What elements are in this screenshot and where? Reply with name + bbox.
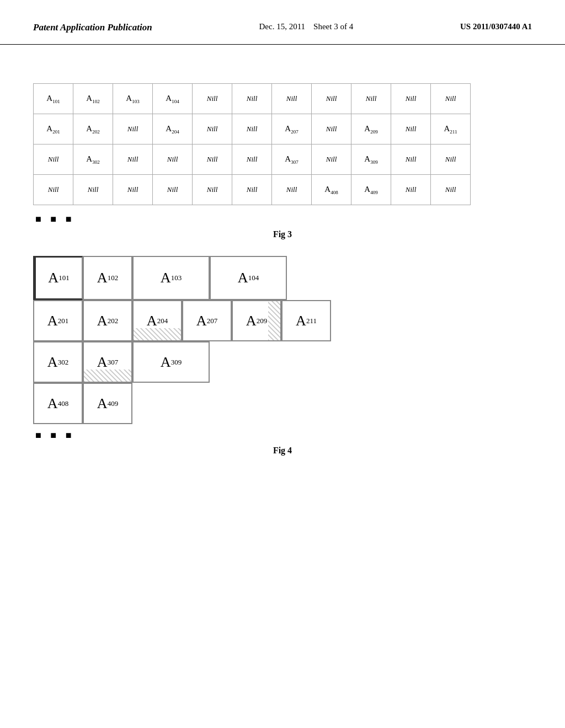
fig3-label: Fig 3 xyxy=(33,229,532,239)
fig4-cell-a211: A211 xyxy=(281,300,331,341)
table-cell: Nill xyxy=(232,84,272,114)
table-cell: Nill xyxy=(113,175,153,205)
fig4-row-3: A302 A307 A309 xyxy=(33,341,331,383)
table-cell: Nill xyxy=(153,175,193,205)
table-cell: Nill xyxy=(113,114,153,144)
table-cell: Nill xyxy=(431,144,471,175)
fig4-cell-a204: A204 xyxy=(132,300,182,341)
table-cell: Nill xyxy=(391,84,431,114)
fig4-cell-a408: A408 xyxy=(33,383,83,424)
fig3-section: A101 A102 A103 A104 Nill Nill Nill Nill … xyxy=(33,83,532,239)
table-cell: A204 xyxy=(153,114,193,144)
table-cell: Nill xyxy=(232,114,272,144)
table-cell: A309 xyxy=(351,144,391,175)
publication-date-sheet: Dec. 15, 2011 Sheet 3 of 4 xyxy=(259,22,353,31)
fig4-grid: A101 A102 A103 A104 A201 A202 xyxy=(33,256,331,424)
table-cell: A302 xyxy=(73,144,113,175)
table-cell: Nill xyxy=(391,114,431,144)
fig4-cell-a101: A101 xyxy=(33,256,83,300)
table-cell: Nill xyxy=(312,84,351,114)
table-cell: Nill xyxy=(272,175,312,205)
table-cell: A103 xyxy=(113,84,153,114)
table-cell: A209 xyxy=(351,114,391,144)
table-cell: Nill xyxy=(232,175,272,205)
table-cell: A104 xyxy=(153,84,193,114)
table-cell: A102 xyxy=(73,84,113,114)
table-cell: Nill xyxy=(272,84,312,114)
table-cell: Nill xyxy=(431,175,471,205)
table-cell: Nill xyxy=(232,144,272,175)
table-row: Nill A302 Nill Nill Nill Nill A307 Nill … xyxy=(34,144,471,175)
table-cell: Nill xyxy=(34,144,73,175)
fig4-dots: ■ ■ ■ xyxy=(35,430,532,441)
table-cell: Nill xyxy=(34,175,73,205)
fig4-cell-a209: A209 xyxy=(232,300,281,341)
table-cell: A408 xyxy=(312,175,351,205)
table-row: A201 A202 Nill A204 Nill Nill A207 Nill … xyxy=(34,114,471,144)
table-cell: Nill xyxy=(193,144,232,175)
table-cell: A211 xyxy=(431,114,471,144)
table-cell: Nill xyxy=(391,175,431,205)
table-cell: Nill xyxy=(312,144,351,175)
table-row: A101 A102 A103 A104 Nill Nill Nill Nill … xyxy=(34,84,471,114)
publication-date: Dec. 15, 2011 xyxy=(259,22,305,31)
fig4-cell-a409: A409 xyxy=(83,383,132,424)
fig4-cell-a102: A102 xyxy=(83,256,132,300)
page-header: Patent Application Publication Dec. 15, … xyxy=(0,0,565,45)
table-cell: Nill xyxy=(431,84,471,114)
table-cell: Nill xyxy=(312,114,351,144)
table-cell: Nill xyxy=(391,144,431,175)
table-cell: Nill xyxy=(193,114,232,144)
fig4-cell-a309: A309 xyxy=(132,341,210,383)
fig4-row-4: A408 A409 xyxy=(33,383,331,424)
fig4-row-1: A101 A102 A103 A104 xyxy=(33,256,331,300)
publication-title: Patent Application Publication xyxy=(33,22,152,33)
fig4-label: Fig 4 xyxy=(33,446,532,456)
fig3-table: A101 A102 A103 A104 Nill Nill Nill Nill … xyxy=(33,83,471,205)
table-cell: Nill xyxy=(153,144,193,175)
table-row: Nill Nill Nill Nill Nill Nill Nill A408 … xyxy=(34,175,471,205)
fig4-section: A101 A102 A103 A104 A201 A202 xyxy=(33,256,532,456)
fig4-cell-a104: A104 xyxy=(210,256,287,300)
publication-number: US 2011/0307440 A1 xyxy=(460,22,532,31)
table-cell: Nill xyxy=(193,175,232,205)
fig4-cell-a103: A103 xyxy=(132,256,210,300)
table-cell: A101 xyxy=(34,84,73,114)
table-cell: A307 xyxy=(272,144,312,175)
table-cell: Nill xyxy=(113,144,153,175)
fig4-row-2: A201 A202 A204 A207 A209 A211 xyxy=(33,300,331,341)
table-cell: A207 xyxy=(272,114,312,144)
table-cell: Nill xyxy=(193,84,232,114)
fig4-cell-a202: A202 xyxy=(83,300,132,341)
table-cell: A202 xyxy=(73,114,113,144)
fig4-cell-a201: A201 xyxy=(33,300,83,341)
table-cell: Nill xyxy=(351,84,391,114)
table-cell: A201 xyxy=(34,114,73,144)
fig4-cell-a302: A302 xyxy=(33,341,83,383)
table-cell: Nill xyxy=(73,175,113,205)
main-content: A101 A102 A103 A104 Nill Nill Nill Nill … xyxy=(0,45,565,489)
fig3-dots: ■ ■ ■ xyxy=(35,213,532,225)
table-cell: A409 xyxy=(351,175,391,205)
fig4-cell-a207: A207 xyxy=(182,300,232,341)
fig4-cell-a307: A307 xyxy=(83,341,132,383)
sheet-info: Sheet 3 of 4 xyxy=(313,22,353,31)
